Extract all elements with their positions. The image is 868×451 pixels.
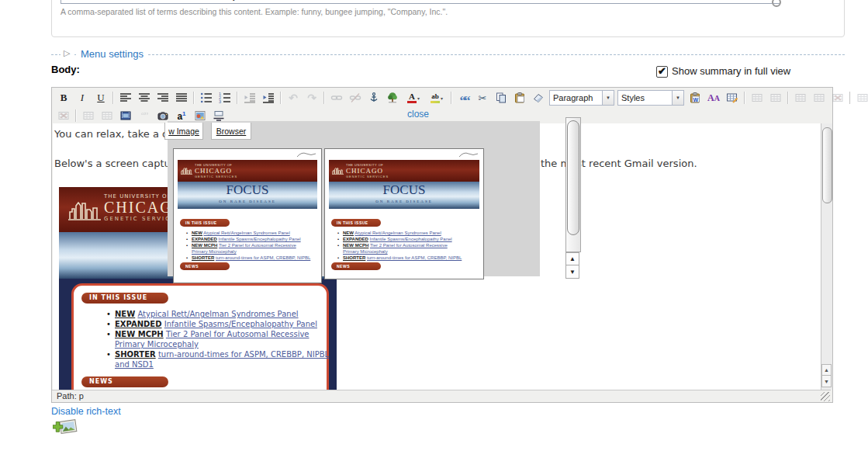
paste-button[interactable]	[510, 89, 529, 106]
toolbar-separator	[787, 92, 789, 104]
styles-format-select-label: Styles	[618, 93, 672, 102]
chevron-down-icon[interactable]: ▼	[602, 91, 614, 105]
bold-button[interactable]: B	[54, 89, 73, 106]
outdent-icon	[244, 92, 256, 104]
newsletter-content-box: IN THIS ISSUE NEW Atypical Rett/Angelman…	[71, 283, 329, 390]
insert-media-button[interactable]	[116, 107, 135, 124]
newsletter-title: FOCUS	[383, 182, 426, 198]
newsletter-item-list: NEW Atypical Rett/Angelman Syndromes Pan…	[106, 309, 337, 369]
section-pill-in-this-issue: IN THIS ISSUE	[331, 219, 381, 227]
table-properties-button	[98, 107, 116, 124]
resize-grip[interactable]	[821, 392, 830, 401]
scroll-up-arrow-icon[interactable]: ▲	[821, 364, 832, 376]
image-photo-icon	[194, 109, 206, 122]
newsletter-thumbnail-2[interactable]: THE UNIVERSITY OF CHICAGO GENETIC SERVIC…	[324, 148, 484, 279]
blockquote-button[interactable]: ““	[455, 89, 473, 106]
newsletter-item-list: NEW Atypical Rett/Angelman Syndromes Pan…	[337, 230, 463, 267]
backcolor-icon: ab	[431, 92, 440, 103]
grid-icon	[769, 92, 782, 104]
popup-menu-new-image[interactable]: w Image	[164, 123, 203, 140]
list-item: EXPANDED Infantile Spasms/Encephalopathy…	[186, 236, 312, 242]
grid-icon	[82, 109, 95, 122]
scroll-down-arrow-icon[interactable]: ▼	[565, 265, 579, 279]
newsletter-title: FOCUS	[227, 182, 269, 198]
quotes-icon: “”	[141, 110, 148, 122]
newsletter-header: THE UNIVERSITY OF CHICAGO GENETIC SERVIC…	[178, 160, 317, 182]
popup-scrollbar-thumb[interactable]	[567, 120, 579, 235]
list-number-icon: 123	[219, 92, 231, 104]
paste-icon	[514, 92, 526, 104]
table-edit-button[interactable]	[723, 89, 742, 106]
align-justify-button[interactable]	[172, 89, 191, 106]
numbered-list-button[interactable]: 123	[216, 89, 234, 106]
editor-scrollbar-track[interactable]: ▲ ▼	[821, 123, 832, 390]
align-right-button[interactable]	[154, 89, 172, 106]
align-center-icon	[138, 92, 150, 104]
chevron-down-icon[interactable]: ▾	[441, 95, 443, 101]
eraser-icon	[532, 92, 545, 104]
rich-text-editor: BIU123↶↷A▾ab▾““✂Paragraph▼Styles▼WAA “”a…	[51, 87, 833, 403]
insert-image-button[interactable]	[383, 89, 402, 106]
italic-icon: I	[81, 92, 84, 104]
scroll-up-arrow-icon[interactable]: ▲	[565, 252, 579, 265]
remove-format-button[interactable]	[529, 89, 548, 106]
toolbar-separator	[323, 92, 325, 104]
chevron-down-icon[interactable]: ▾	[417, 95, 420, 101]
show-summary-checkbox[interactable]: ✔	[656, 66, 668, 78]
newsletter-body: IN THIS ISSUE NEW Atypical Rett/Angelman…	[59, 279, 337, 390]
underline-button[interactable]: U	[92, 89, 110, 106]
blockquote-icon: ““	[460, 98, 469, 104]
undo-icon: ↶	[289, 92, 298, 104]
italic-button[interactable]: I	[73, 89, 92, 106]
align-justify-icon	[175, 92, 188, 104]
bullet-list-button[interactable]	[197, 89, 216, 106]
newsletter-header: THE UNIVERSITY OF CHICAGO GENETIC SERVIC…	[329, 160, 479, 182]
paragraph-format-select[interactable]: Paragraph▼	[549, 90, 614, 106]
tags-input[interactable]: Email Airbnb Chrome Safari HTML tips	[61, 0, 780, 4]
highlight-color-button[interactable]: ab▾	[425, 89, 448, 106]
text-color-button[interactable]: A▾	[402, 89, 425, 106]
section-pill-news: NEWS	[331, 262, 381, 270]
underline-icon: U	[97, 92, 104, 104]
align-center-button[interactable]	[135, 89, 154, 106]
popup-menu-browser[interactable]: Browser	[211, 123, 251, 140]
undo-button: ↶	[284, 89, 303, 106]
camera-icon	[157, 109, 169, 122]
close-link[interactable]: close	[407, 109, 429, 120]
anchor-button[interactable]	[365, 89, 383, 106]
styles-format-select[interactable]: Styles▼	[617, 90, 684, 106]
align-right-icon	[157, 92, 169, 104]
show-summary-label: Show summary in full view	[672, 65, 790, 77]
add-image-icon[interactable]	[53, 418, 78, 438]
department-name: GENETIC SERVICES	[346, 175, 389, 179]
list-item: EXPANDED Infantile Spasms/Encephalopathy…	[106, 319, 337, 329]
cut-button[interactable]: ✂	[473, 89, 492, 106]
font-size-button[interactable]: AA	[704, 89, 723, 106]
scribble-mark-icon	[296, 151, 316, 158]
indent-button[interactable]	[259, 89, 278, 106]
anchor-icon	[368, 92, 380, 104]
tags-fieldset	[51, 0, 845, 37]
tags-help-text: A comma-separated list of terms describi…	[61, 7, 728, 16]
scroll-down-arrow-icon[interactable]: ▼	[821, 376, 832, 387]
delete-col-button	[54, 107, 73, 124]
university-name: CHICAGO	[346, 167, 389, 175]
align-left-button[interactable]	[116, 89, 135, 106]
paste-from-word-button[interactable]: W	[686, 89, 704, 106]
toolbar-row-1: BIU123↶↷A▾ab▾““✂Paragraph▼Styles▼WAA	[54, 89, 868, 106]
popup-scrollbar-track[interactable]	[565, 117, 581, 252]
insert-quotes-button: “”	[135, 107, 154, 124]
chevron-down-icon[interactable]: ▼	[672, 91, 683, 105]
section-pill-news: NEWS	[180, 262, 230, 270]
link-icon	[330, 92, 343, 104]
copy-button[interactable]	[492, 89, 510, 106]
editor-scrollbar-thumb[interactable]	[822, 127, 832, 203]
paste-word-icon: W	[689, 92, 701, 104]
collapse-triangle-icon[interactable]: ▷	[61, 48, 73, 58]
newsletter-thumbnail-1[interactable]: THE UNIVERSITY OF CHICAGO GENETIC SERVIC…	[173, 148, 322, 283]
disable-rich-text-link[interactable]: Disable rich-text	[51, 406, 121, 417]
toolbar-separator	[193, 92, 195, 104]
paragraph-2-end: the most recent Gmail version.	[541, 158, 697, 169]
toolbar-separator	[237, 92, 238, 104]
menu-settings-link[interactable]: Menu settings	[76, 48, 148, 60]
